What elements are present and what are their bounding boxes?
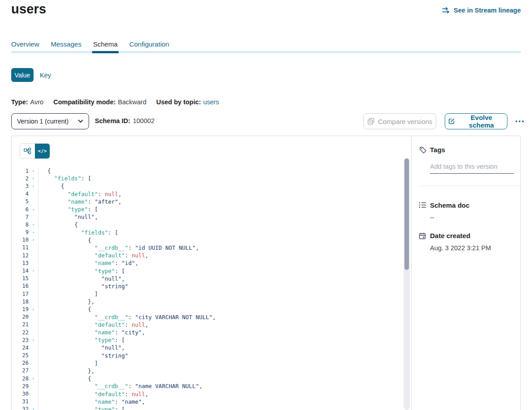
- code-line: 6▾ "type": [: [12, 205, 402, 213]
- compatibility-value: Backward: [118, 98, 147, 106]
- fold-toggle-icon[interactable]: ▾: [29, 230, 38, 235]
- chevron-down-icon: [78, 120, 83, 123]
- line-number: 29: [12, 383, 29, 389]
- line-number: 8: [12, 222, 29, 228]
- schema-id: Schema ID:100002: [95, 117, 154, 124]
- stream-lineage-link[interactable]: See in Stream lineage: [442, 7, 521, 14]
- fold-toggle-icon[interactable]: ▾: [29, 176, 38, 181]
- fold-toggle-icon[interactable]: ▾: [29, 269, 38, 273]
- code-line: 7 "null",: [12, 213, 402, 221]
- code-text: "type": [: [38, 267, 125, 274]
- line-number: 32: [12, 406, 29, 410]
- line-number: 23: [12, 337, 29, 343]
- line-number: 12: [12, 252, 29, 259]
- date-created-heading: Date created: [430, 232, 470, 239]
- code-lines: 1▾{2▾ "fields": [3▾ {4 "default": null,5…: [12, 167, 402, 410]
- code-text: "fields": [: [38, 175, 91, 182]
- line-number: 10: [12, 237, 29, 243]
- fold-toggle-icon[interactable]: ▾: [29, 238, 38, 242]
- type-meta: Type:Avro: [11, 98, 43, 106]
- code-text: "name": "after",: [38, 198, 122, 205]
- topic-label: Used by topic:: [156, 98, 201, 106]
- tab-configuration[interactable]: Configuration: [129, 40, 169, 48]
- tab-schema[interactable]: Schema: [93, 40, 118, 48]
- more-actions-button[interactable]: ⋯: [512, 112, 527, 130]
- type-value: Avro: [30, 98, 44, 106]
- scrollbar-thumb[interactable]: [404, 158, 409, 270]
- date-created-value: Aug. 3 2022 3:21 PM: [430, 244, 491, 252]
- fold-toggle-icon[interactable]: ▾: [29, 376, 38, 381]
- tags-heading: Tags: [430, 146, 445, 154]
- code-line: 30 "default": null,: [12, 390, 402, 397]
- code-text: "__crdb__": "id UUID NOT NULL",: [38, 244, 199, 252]
- code-line: 3▾ {: [12, 182, 402, 190]
- editor-view-toggle: </>: [20, 143, 50, 159]
- code-text: {: [38, 221, 78, 228]
- code-line: 18 },: [12, 298, 402, 305]
- code-line: 27 },: [12, 367, 402, 375]
- code-line: 5 "name": "after",: [12, 198, 402, 205]
- code-text: "name": "city",: [38, 329, 145, 336]
- code-line: 21 "default": null,: [12, 321, 402, 329]
- code-text: "type": [: [38, 336, 125, 344]
- code-text: "string": [38, 352, 128, 359]
- code-text: "default": null,: [38, 190, 122, 198]
- editor-scrollbar[interactable]: [404, 158, 410, 410]
- line-number: 30: [12, 391, 29, 397]
- fold-toggle-icon[interactable]: ▾: [29, 338, 38, 342]
- code-line: 8▾ {: [12, 221, 402, 228]
- topic-link[interactable]: users: [203, 98, 219, 106]
- code-text: "null",: [38, 275, 125, 282]
- tab-messages[interactable]: Messages: [51, 40, 81, 48]
- schema-doc-icon: [419, 202, 427, 210]
- value-toggle-button[interactable]: Value: [11, 68, 34, 82]
- code-text: "null",: [38, 213, 98, 221]
- tree-view-button[interactable]: [20, 144, 35, 158]
- version-select[interactable]: Version 1 (current): [11, 113, 89, 129]
- fold-toggle-icon[interactable]: ▾: [29, 169, 38, 173]
- line-number: 20: [12, 314, 29, 320]
- compare-versions-button[interactable]: Compare versions: [363, 113, 436, 129]
- tags-input[interactable]: [430, 161, 514, 174]
- code-line: 28▾ {: [12, 375, 402, 382]
- fold-toggle-icon[interactable]: ▾: [29, 184, 38, 188]
- tab-overview[interactable]: Overview: [11, 40, 39, 48]
- edit-schema-icon: [448, 118, 455, 125]
- code-text: "default": null,: [38, 252, 149, 259]
- compare-versions-label: Compare versions: [378, 118, 433, 125]
- code-line: 23▾ "type": [: [12, 336, 402, 344]
- key-toggle-button[interactable]: Key: [40, 72, 51, 79]
- code-text: {: [38, 305, 91, 313]
- tag-icon: [419, 146, 427, 156]
- line-number: 6: [12, 206, 29, 213]
- line-number: 16: [12, 283, 29, 289]
- line-number: 13: [12, 260, 29, 266]
- fold-toggle-icon[interactable]: ▾: [29, 307, 38, 312]
- code-text: "default": null,: [38, 321, 149, 329]
- schema-id-value: 100002: [133, 117, 154, 124]
- line-number: 14: [12, 268, 29, 274]
- calendar-icon: [419, 232, 426, 241]
- code-line: 31 "name": "name",: [12, 398, 402, 406]
- code-text: },: [38, 367, 94, 375]
- code-line: 13 "name": "id",: [12, 259, 402, 267]
- code-text: "__crdb__": "name VARCHAR NULL",: [38, 382, 202, 390]
- code-line: 9▾ "fields": [: [12, 229, 402, 236]
- page-title: users: [11, 2, 46, 17]
- fold-toggle-icon[interactable]: ▾: [29, 207, 38, 212]
- schema-doc-value: --: [430, 214, 434, 221]
- code-line: 12 "default": null,: [12, 252, 402, 259]
- compare-versions-icon: [367, 118, 375, 125]
- code-text: ]: [38, 290, 98, 298]
- code-line: 11 "__crdb__": "id UUID NOT NULL",: [12, 244, 402, 252]
- evolve-schema-button[interactable]: Evolve schema: [445, 113, 507, 129]
- fold-toggle-icon[interactable]: ▾: [29, 407, 38, 410]
- code-text: "name": "name",: [38, 398, 145, 406]
- code-view-button[interactable]: </>: [35, 144, 50, 158]
- code-view-icon: </>: [38, 148, 47, 154]
- fold-toggle-icon[interactable]: ▾: [29, 222, 38, 227]
- code-text: ]: [38, 359, 98, 367]
- line-number: 21: [12, 321, 29, 328]
- code-line: 16 "string": [12, 282, 402, 290]
- line-number: 2: [12, 175, 29, 182]
